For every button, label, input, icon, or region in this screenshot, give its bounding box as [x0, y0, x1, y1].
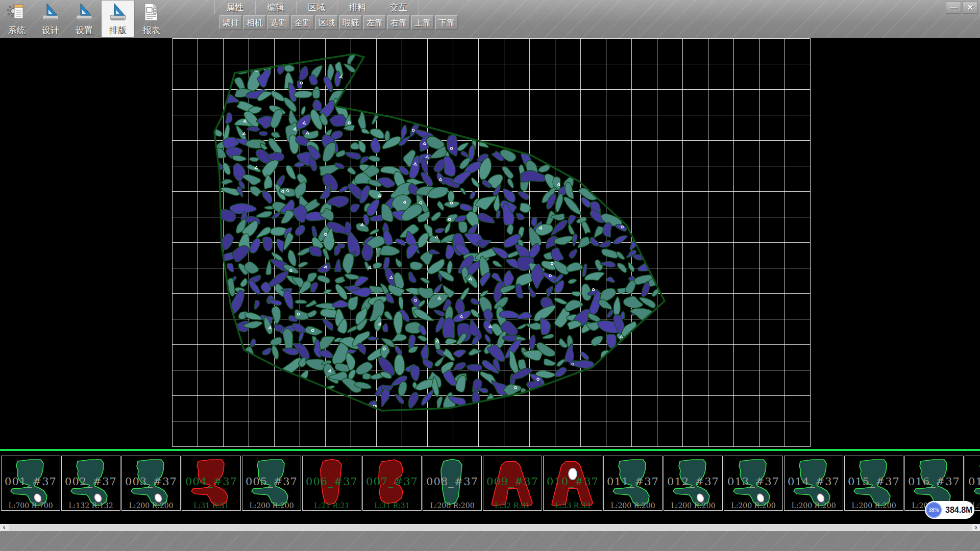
part-id-label: 013_#37 [724, 475, 782, 488]
part-thumbnail-012_#37[interactable]: 012_#37L:200 R:200 [664, 456, 723, 511]
part-thumbnail-001_#37[interactable]: 001_#37L:700 R:700 [1, 456, 60, 511]
app-tab-label: 设计 [42, 24, 59, 36]
part-id-label: 015_#37 [845, 475, 903, 488]
horizontal-scrollbar[interactable]: ‹ › [0, 524, 980, 531]
tool-全割[interactable]: 全割 [291, 15, 314, 30]
part-id-label: 017_#37 [965, 475, 980, 488]
part-lr-count-label: L:32 R:31 [483, 502, 542, 510]
part-lr-count-label: L:700 R:700 [2, 502, 60, 510]
part-thumbnail-002_#37[interactable]: 002_#37L:132 R:132 [61, 456, 120, 511]
part-lr-count-label: L:200 R:200 [785, 502, 843, 510]
part-thumbnail-006_#37[interactable]: 006_#37L:21 R:21 [302, 456, 361, 511]
part-thumbnail-015_#37[interactable]: 015_#37L:200 R:200 [844, 456, 903, 511]
tool-左靠[interactable]: 左靠 [363, 15, 386, 30]
app-tab-报表[interactable]: 报表 [135, 1, 168, 37]
tool-选割[interactable]: 选割 [267, 15, 290, 30]
menu-区域[interactable]: 区域 [296, 1, 337, 14]
part-id-label: 001_#37 [2, 475, 60, 488]
part-id-label: 008_#37 [423, 475, 481, 488]
part-lr-count-label: L:132 R:132 [62, 502, 120, 510]
nesting-icon [108, 2, 128, 22]
menu-排料[interactable]: 排料 [337, 1, 378, 14]
part-lr-count-label: L:200 R:200 [604, 502, 662, 510]
app-tabs: 系统设计设置排版报表 [0, 0, 168, 38]
status-bar [0, 531, 980, 551]
part-id-label: 016_#37 [905, 475, 963, 488]
part-thumbnail-003_#37[interactable]: 003_#37L:200 R:200 [121, 456, 181, 511]
menu-交互[interactable]: 交互 [378, 1, 419, 14]
strip-separator-line [0, 449, 980, 451]
window-controls: — ✕ [946, 1, 978, 14]
app-tab-设置[interactable]: 设置 [68, 1, 101, 37]
menu-编辑[interactable]: 编辑 [255, 1, 296, 14]
tool-区域[interactable]: 区域 [315, 15, 338, 30]
progress-percent-badge: 38% [926, 502, 942, 518]
part-id-label: 007_#37 [363, 475, 421, 488]
part-id-label: 004_#37 [182, 475, 240, 488]
part-id-label: 011_#37 [604, 475, 662, 488]
design-icon [40, 2, 61, 22]
top-toolbar: 系统设计设置排版报表 属性编辑区域排料交互 聚排相机选割全割区域瑕疵左靠右靠上靠… [0, 0, 980, 38]
system-icon [7, 2, 27, 22]
part-thumbnail-005_#37[interactable]: 005_#37L:200 R:200 [242, 456, 301, 511]
part-thumbnail-011_#37[interactable]: 011_#37L:200 R:200 [603, 456, 663, 511]
part-id-label: 010_#37 [544, 475, 602, 488]
part-id-label: 012_#37 [664, 475, 722, 488]
app-tab-排版[interactable]: 排版 [102, 1, 134, 37]
part-lr-count-label: L:33 R:33 [544, 502, 602, 510]
part-id-label: 002_#37 [62, 475, 120, 488]
memory-usage-label: 384.8M [945, 501, 972, 519]
status-badge: 38% 384.8M [925, 501, 974, 519]
menu-bar: 属性编辑区域排料交互 [214, 1, 419, 14]
part-id-label: 003_#37 [122, 475, 180, 488]
part-lr-count-label: L:31 R:31 [363, 502, 421, 510]
tool-bar: 聚排相机选割全割区域瑕疵左靠右靠上靠下靠 [219, 15, 458, 30]
part-id-label: 005_#37 [242, 475, 301, 488]
nesting-app-window: 系统设计设置排版报表 属性编辑区域排料交互 聚排相机选割全割区域瑕疵左靠右靠上靠… [0, 0, 980, 551]
part-lr-count-label: L:21 R:21 [303, 502, 361, 510]
part-id-label: 014_#37 [785, 475, 843, 488]
tool-下靠[interactable]: 下靠 [435, 15, 458, 30]
nesting-canvas[interactable] [0, 38, 980, 449]
tool-相机[interactable]: 相机 [243, 15, 266, 30]
part-id-label: 009_#37 [483, 475, 542, 488]
app-tab-label: 排版 [109, 24, 127, 36]
settings-icon [74, 2, 94, 22]
part-id-label: 006_#37 [303, 475, 361, 488]
minimize-button[interactable]: — [946, 1, 961, 14]
part-lr-count-label: L:31 R:31 [182, 502, 240, 510]
parts-thumbnail-strip: 001_#37L:700 R:700002_#37L:132 R:132003_… [0, 449, 980, 524]
app-tab-label: 报表 [143, 24, 160, 36]
part-lr-count-label: L:200 R:200 [122, 502, 180, 510]
tool-瑕疵[interactable]: 瑕疵 [339, 15, 362, 30]
part-thumbnail-013_#37[interactable]: 013_#37L:200 R:200 [724, 456, 783, 511]
tool-上靠[interactable]: 上靠 [411, 15, 434, 30]
part-thumbnail-008_#37[interactable]: 008_#37L:200 R:200 [423, 456, 482, 511]
part-thumbnail-010_#37[interactable]: 010_#37L:33 R:33 [543, 456, 602, 511]
app-tab-系统[interactable]: 系统 [1, 1, 33, 37]
scrollbar-thumb[interactable] [9, 524, 972, 531]
nesting-canvas-area [0, 38, 980, 449]
close-button[interactable]: ✕ [963, 1, 978, 14]
scroll-left-arrow-icon[interactable]: ‹ [0, 524, 8, 531]
part-lr-count-label: L:200 R:200 [423, 502, 481, 510]
app-tab-label: 设置 [76, 24, 93, 36]
part-thumbnail-014_#37[interactable]: 014_#37L:200 R:200 [784, 456, 843, 511]
thumbnail-list: 001_#37L:700 R:700002_#37L:132 R:132003_… [1, 456, 980, 511]
menu-属性[interactable]: 属性 [214, 1, 255, 14]
part-thumbnail-007_#37[interactable]: 007_#37L:31 R:31 [362, 456, 422, 511]
part-thumbnail-004_#37[interactable]: 004_#37L:31 R:31 [182, 456, 241, 511]
part-lr-count-label: L:200 R:200 [724, 502, 782, 510]
part-lr-count-label: L:200 R:200 [664, 502, 722, 510]
part-thumbnail-009_#37[interactable]: 009_#37L:32 R:31 [483, 456, 542, 511]
tool-聚排[interactable]: 聚排 [219, 15, 242, 30]
app-tab-label: 系统 [8, 24, 26, 36]
part-lr-count-label: L:200 R:200 [242, 502, 301, 510]
part-lr-count-label: L:200 R:200 [845, 502, 903, 510]
scroll-right-arrow-icon[interactable]: › [972, 524, 980, 531]
report-icon [141, 2, 162, 22]
app-tab-设计[interactable]: 设计 [34, 1, 67, 37]
tool-右靠[interactable]: 右靠 [387, 15, 410, 30]
